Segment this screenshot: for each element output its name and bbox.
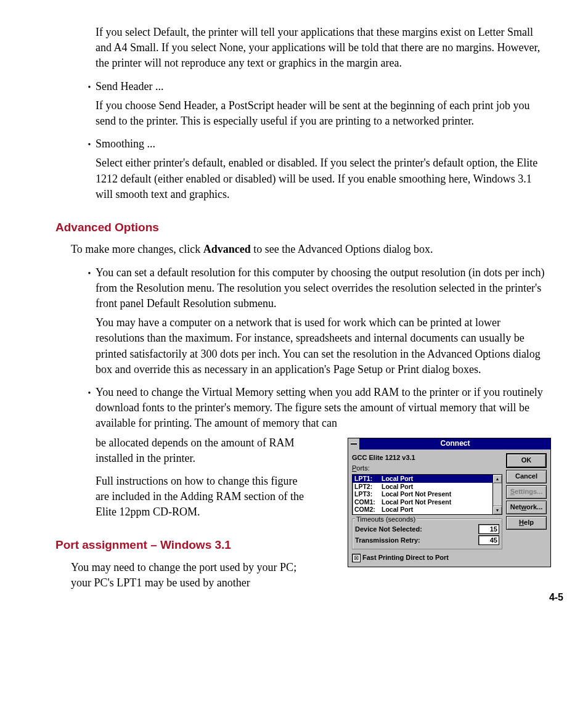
bullet-smoothing-title: Smoothing ...: [96, 136, 551, 152]
connect-dialog: Connect GCC Elite 1212 v3.1 Ports: LPT1:…: [348, 438, 551, 567]
scroll-up-icon[interactable]: ▴: [493, 475, 502, 483]
port-item-com1[interactable]: COM1:Local Port Not Present: [353, 498, 492, 506]
fast-printing-label: Fast Printing Direct to Port: [362, 553, 449, 562]
port-item-lpt3[interactable]: LPT3:Local Port Not Present: [353, 490, 492, 498]
port-item-com2[interactable]: COM2:Local Port: [353, 506, 492, 514]
paragraph-margins: If you select Default, the printer will …: [96, 25, 551, 72]
bullet-virtual-memory: • You need to change the Virtual Memory …: [83, 385, 551, 432]
device-not-selected-label: Device Not Selected:: [355, 525, 478, 534]
listbox-scrollbar[interactable]: ▴ ▾: [493, 474, 502, 515]
transmission-retry-input[interactable]: 45: [478, 535, 499, 545]
bullet-dot: •: [83, 136, 96, 151]
page-number: 4-5: [549, 591, 563, 604]
scroll-track[interactable]: [493, 483, 502, 506]
text: to see the Advanced Options dialog box.: [251, 243, 433, 255]
vm-tail: be allocated depends on the amount of RA…: [96, 435, 305, 466]
bullet-send-header-title: Send Header ...: [96, 79, 551, 94]
text: To make more changes, click: [71, 243, 203, 255]
bullet-smoothing: • Smoothing ...: [83, 136, 551, 152]
paragraph-send-header: If you choose Send Header, a PostScript …: [96, 98, 551, 129]
ok-button[interactable]: OK: [506, 453, 547, 468]
port-body: You may need to change the port used by …: [71, 560, 305, 591]
scroll-down-icon[interactable]: ▾: [493, 506, 502, 514]
transmission-retry-label: Transmission Retry:: [355, 536, 478, 545]
printer-name-label: GCC Elite 1212 v3.1: [352, 453, 502, 462]
help-button[interactable]: Help: [506, 516, 547, 530]
resolution-p1: You can set a default resolution for thi…: [96, 265, 551, 312]
bullet-dot: •: [83, 265, 96, 280]
port-item-lpt2[interactable]: LPT2:Local Port: [353, 483, 492, 491]
bullet-dot: •: [83, 385, 96, 400]
vm-p1: You need to change the Virtual Memory se…: [96, 385, 551, 432]
dialog-title: Connect: [360, 438, 550, 449]
timeouts-group: Timeouts (seconds) Device Not Selected: …: [352, 519, 502, 549]
system-menu-icon[interactable]: [348, 438, 360, 449]
advanced-intro: To make more changes, click Advanced to …: [71, 242, 551, 257]
bullet-send-header: • Send Header ...: [83, 79, 551, 94]
resolution-p2: You may have a computer on a network tha…: [96, 315, 551, 377]
timeouts-group-label: Timeouts (seconds): [355, 515, 417, 524]
network-button[interactable]: Network...: [506, 501, 547, 514]
text-bold: Advanced: [203, 243, 251, 255]
cancel-button[interactable]: Cancel: [506, 470, 547, 483]
vm-instructions: Full instructions on how to change this …: [96, 474, 305, 520]
heading-advanced-options: Advanced Options: [55, 220, 551, 236]
bullet-resolution: • You can set a default resolution for t…: [83, 265, 551, 312]
fast-printing-checkbox[interactable]: ⊠: [352, 554, 361, 562]
ports-listbox[interactable]: LPT1:Local Port LPT2:Local Port LPT3:Loc…: [352, 474, 493, 515]
heading-port-assignment: Port assignment – Windows 3.1: [55, 537, 305, 554]
dialog-titlebar[interactable]: Connect: [348, 438, 550, 449]
settings-button[interactable]: Settings...: [506, 485, 547, 499]
port-item-lpt1[interactable]: LPT1:Local Port: [353, 475, 492, 483]
ports-label: Ports:: [352, 464, 502, 473]
bullet-dot: •: [83, 79, 96, 94]
device-not-selected-input[interactable]: 15: [478, 524, 499, 534]
paragraph-smoothing: Select either printer's default, enabled…: [96, 155, 551, 202]
